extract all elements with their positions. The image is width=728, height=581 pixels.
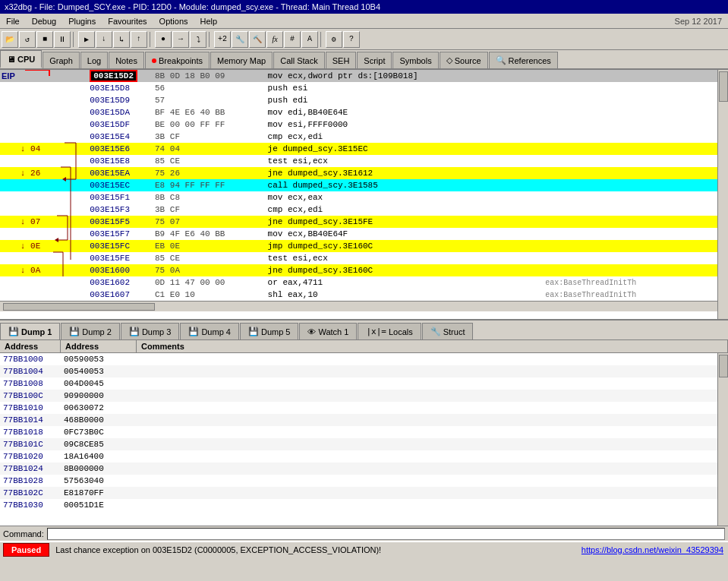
disasm-scrollbar[interactable]	[717, 70, 728, 319]
table-row[interactable]: 77BB1008004D0045	[0, 377, 717, 390]
tab-notes[interactable]: Notes	[109, 52, 144, 68]
bottom-area: 💾 Dump 1 💾 Dump 2 💾 Dump 3 💾 Dump 4 💾 Du…	[0, 320, 728, 526]
table-row[interactable]: ↓ 0E 003E15FC EB 0E jmp dumped_scy.3E160…	[0, 240, 717, 252]
tab-cpu[interactable]: 🖥 CPU	[0, 50, 42, 68]
tab-seh[interactable]: SEH	[326, 52, 357, 68]
table-row[interactable]: 77BB100400540053	[0, 365, 717, 377]
tb-settings[interactable]: ⚙	[326, 31, 342, 48]
table-row[interactable]: 003E15F1 8B C8 mov ecx,eax	[0, 191, 717, 204]
tab-dump3[interactable]: 💾 Dump 3	[121, 323, 180, 339]
eip-marker: EIP	[0, 70, 19, 82]
table-row[interactable]: 77BB1014468B0000	[0, 414, 717, 426]
statusbar: Paused Last chance exception on 003E15D2…	[0, 541, 728, 557]
tab-watch1[interactable]: 👁 Watch 1	[299, 323, 357, 339]
tab-symbols-label: Symbols	[399, 56, 431, 65]
tb-help[interactable]: ?	[343, 31, 360, 48]
tab-source[interactable]: ◇ Source	[440, 52, 488, 68]
table-row[interactable]: 003E15E8 85 CE test esi,ecx	[0, 155, 717, 167]
status-url[interactable]: https://blog.csdn.net/weixin_43529394	[581, 545, 728, 554]
table-row[interactable]: 77BB102018A16400	[0, 450, 717, 463]
tb-refs[interactable]: +2	[214, 31, 231, 48]
table-row[interactable]: 77BB101C09C8CE85	[0, 438, 717, 450]
tb-run-to-cursor[interactable]: →	[172, 31, 189, 48]
table-row[interactable]: ↓ 26 003E15EA 75 26 jne dumped_scy.3E161…	[0, 167, 717, 179]
table-row[interactable]: 77BB101000630072	[0, 402, 717, 414]
table-row[interactable]: 77BB100C90900000	[0, 390, 717, 402]
tab-locals[interactable]: |x|= Locals	[358, 323, 421, 339]
table-row[interactable]: 003E15F7 B9 4F E6 40 BB mov ecx,BB40E64F	[0, 228, 717, 240]
tab-locals-label: Locals	[389, 327, 413, 336]
horiz-scrollbar[interactable]	[0, 301, 717, 311]
tab-script[interactable]: Script	[357, 52, 392, 68]
menu-favourites[interactable]: Favourites	[102, 15, 153, 27]
tab-log[interactable]: Log	[80, 52, 108, 68]
menu-options[interactable]: Options	[153, 15, 194, 27]
table-row[interactable]: 003E15D9 57 push edi	[0, 94, 717, 106]
tab-dump1-label: Dump 1	[21, 327, 52, 336]
tab-dump1[interactable]: 💾 Dump 1	[0, 323, 60, 339]
tb-new[interactable]: 📂	[2, 31, 18, 48]
table-row[interactable]: 77BB102CE81870FF	[0, 487, 717, 499]
table-row[interactable]: 003E15DA BF 4E E6 40 BB mov edi,BB40E64E	[0, 106, 717, 118]
tb-step-into[interactable]: ↓	[96, 31, 112, 48]
tab-graph[interactable]: Graph	[43, 52, 80, 68]
table-row[interactable]: ↓ 07 003E15F5 75 07 jne dumped_scy.3E15F…	[0, 216, 717, 228]
table-row[interactable]: 77BB102857563040	[0, 475, 717, 487]
tb-patch[interactable]: 🔨	[249, 31, 266, 48]
tab-dump2[interactable]: 💾 Dump 2	[61, 323, 120, 339]
table-row[interactable]: 77BB103000051D1E	[0, 499, 717, 511]
tab-dump4[interactable]: 💾 Dump 4	[180, 323, 239, 339]
menu-file[interactable]: File	[0, 15, 26, 27]
status-message: Last chance exception on 003E15D2 (C0000…	[52, 545, 581, 554]
menu-help[interactable]: Help	[194, 15, 224, 27]
tab-breakpoints[interactable]: Breakpoints	[145, 52, 210, 68]
struct-icon: 🔧	[430, 327, 441, 336]
tb-step-out[interactable]: ↑	[131, 31, 147, 48]
tb-bp[interactable]: ●	[155, 31, 172, 48]
tab-seh-label: SEH	[332, 56, 350, 65]
table-row[interactable]: 003E15D8 56 push esi	[0, 82, 717, 94]
tab-dump5[interactable]: 💾 Dump 5	[240, 323, 299, 339]
tab-references[interactable]: 🔍 References	[489, 52, 558, 68]
table-row[interactable]: 003E1607 C1 E0 10 shl eax,10 eax:BaseThr…	[0, 289, 717, 301]
disasm-panel[interactable]: EIP	[0, 70, 717, 319]
dump5-icon: 💾	[248, 327, 259, 336]
table-row[interactable]: 77BB10248B000000	[0, 463, 717, 475]
tab-dump5-label: Dump 5	[261, 327, 291, 336]
tb-step-over[interactable]: ↳	[113, 31, 130, 48]
tb-font[interactable]: A	[301, 31, 318, 48]
tb-stop[interactable]: ■	[36, 31, 53, 48]
table-row[interactable]: 003E15EC E8 94 FF FF FF call dumped_scy.…	[0, 179, 717, 191]
cmd-input[interactable]	[47, 528, 725, 540]
table-row[interactable]: 77BB100000590053	[0, 353, 717, 365]
table-row[interactable]: 003E15DF BE 00 00 FF FF mov esi,FFFF0000	[0, 118, 717, 131]
tb-fx[interactable]: fx	[266, 31, 283, 48]
tab-memory-map[interactable]: Memory Map	[210, 52, 273, 68]
table-row[interactable]: 003E15E4 3B CF cmp ecx,edi	[0, 131, 717, 143]
tb-run[interactable]: ▶	[78, 31, 95, 48]
arrows-cell	[19, 70, 88, 82]
tab-graph-label: Graph	[49, 56, 73, 65]
table-row[interactable]: ↓ 0A 003E1600 75 0A jne dumped_scy.3E160…	[0, 264, 717, 276]
tb-trace[interactable]: ⤵	[190, 31, 206, 48]
table-row[interactable]: ↓ 04 003E15E6 74 04 je dumped_scy.3E15EC	[0, 143, 717, 155]
dump-scrollbar[interactable]	[717, 353, 728, 526]
tb-pause[interactable]: ⏸	[54, 31, 71, 48]
tab-call-stack[interactable]: Call Stack	[273, 52, 325, 68]
menu-plugins[interactable]: Plugins	[62, 15, 102, 27]
table-row[interactable]: 003E15F3 3B CF cmp ecx,edi	[0, 204, 717, 216]
table-row[interactable]: EIP	[0, 70, 717, 82]
table-row[interactable]: 77BB10180FC73B0C	[0, 426, 717, 438]
tb-restart[interactable]: ↺	[19, 31, 36, 48]
tb-hash[interactable]: #	[284, 31, 301, 48]
table-row[interactable]: 003E15FE 85 CE test esi,ecx	[0, 252, 717, 264]
titlebar: x32dbg - File: Dumped_SCY.exe - PID: 12D…	[0, 0, 728, 14]
tab-struct[interactable]: 🔧 Struct	[422, 323, 474, 339]
dump4-icon: 💾	[188, 327, 199, 336]
table-row[interactable]: 003E1602 0D 11 47 00 00 or eax,4711 eax:…	[0, 276, 717, 289]
tab-dump4-label: Dump 4	[201, 327, 231, 336]
menu-debug[interactable]: Debug	[26, 15, 62, 27]
locals-icon: |x|=	[366, 327, 386, 336]
tab-symbols[interactable]: Symbols	[392, 52, 438, 68]
tb-asm[interactable]: 🔧	[232, 31, 248, 48]
